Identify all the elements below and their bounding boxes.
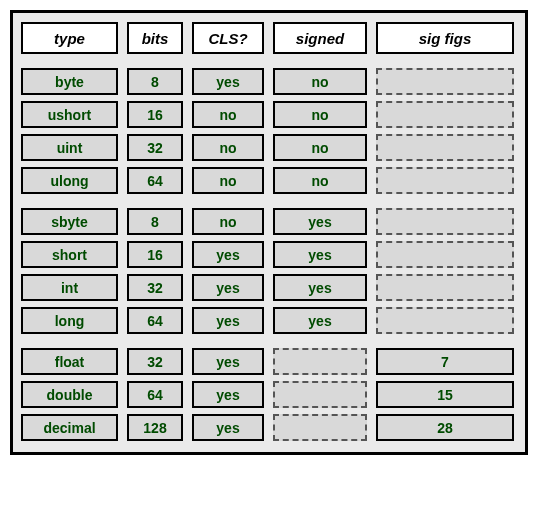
table-row: float32yes7 xyxy=(21,348,517,375)
table-row: ushort16nono xyxy=(21,101,517,128)
cell-bits: 8 xyxy=(127,68,183,95)
cell-signed: no xyxy=(273,101,367,128)
cell-signed xyxy=(273,348,367,375)
table-row: short16yesyes xyxy=(21,241,517,268)
table-row: ulong64nono xyxy=(21,167,517,194)
cell-type: int xyxy=(21,274,118,301)
cell-signed: yes xyxy=(273,274,367,301)
cell-cls: yes xyxy=(192,68,264,95)
types-table: type bits CLS? signed sig figs byte8yesn… xyxy=(10,10,528,455)
cell-signed xyxy=(273,414,367,441)
cell-cls: yes xyxy=(192,274,264,301)
cell-type: sbyte xyxy=(21,208,118,235)
cell-bits: 8 xyxy=(127,208,183,235)
cell-cls: yes xyxy=(192,241,264,268)
cell-signed: yes xyxy=(273,307,367,334)
cell-signed: no xyxy=(273,167,367,194)
cell-sig xyxy=(376,68,514,95)
table-row: sbyte8noyes xyxy=(21,208,517,235)
table-row: long64yesyes xyxy=(21,307,517,334)
cell-bits: 16 xyxy=(127,101,183,128)
header-cls: CLS? xyxy=(192,22,264,54)
table-row: decimal128yes28 xyxy=(21,414,517,441)
cell-bits: 128 xyxy=(127,414,183,441)
cell-sig: 7 xyxy=(376,348,514,375)
header-signed: signed xyxy=(273,22,367,54)
cell-sig xyxy=(376,134,514,161)
table-row: double64yes15 xyxy=(21,381,517,408)
cell-type: short xyxy=(21,241,118,268)
header-sigfig: sig figs xyxy=(376,22,514,54)
cell-type: byte xyxy=(21,68,118,95)
cell-signed xyxy=(273,381,367,408)
cell-signed: no xyxy=(273,68,367,95)
cell-type: long xyxy=(21,307,118,334)
cell-signed: yes xyxy=(273,208,367,235)
cell-sig xyxy=(376,241,514,268)
cell-sig xyxy=(376,307,514,334)
cell-cls: yes xyxy=(192,348,264,375)
cell-cls: no xyxy=(192,167,264,194)
cell-sig xyxy=(376,274,514,301)
cell-sig xyxy=(376,101,514,128)
cell-bits: 32 xyxy=(127,348,183,375)
cell-type: ulong xyxy=(21,167,118,194)
cell-type: float xyxy=(21,348,118,375)
cell-cls: no xyxy=(192,101,264,128)
cell-bits: 32 xyxy=(127,134,183,161)
table-row: byte8yesno xyxy=(21,68,517,95)
table-row: uint32nono xyxy=(21,134,517,161)
cell-type: uint xyxy=(21,134,118,161)
cell-type: ushort xyxy=(21,101,118,128)
cell-bits: 64 xyxy=(127,167,183,194)
cell-bits: 16 xyxy=(127,241,183,268)
cell-cls: no xyxy=(192,134,264,161)
cell-sig: 15 xyxy=(376,381,514,408)
cell-cls: yes xyxy=(192,381,264,408)
cell-cls: yes xyxy=(192,414,264,441)
cell-cls: no xyxy=(192,208,264,235)
table-row: int32yesyes xyxy=(21,274,517,301)
cell-sig: 28 xyxy=(376,414,514,441)
header-bits: bits xyxy=(127,22,183,54)
cell-signed: yes xyxy=(273,241,367,268)
cell-signed: no xyxy=(273,134,367,161)
cell-sig xyxy=(376,167,514,194)
cell-type: double xyxy=(21,381,118,408)
cell-type: decimal xyxy=(21,414,118,441)
cell-bits: 64 xyxy=(127,307,183,334)
cell-cls: yes xyxy=(192,307,264,334)
cell-bits: 32 xyxy=(127,274,183,301)
header-row: type bits CLS? signed sig figs xyxy=(21,22,517,54)
cell-sig xyxy=(376,208,514,235)
cell-bits: 64 xyxy=(127,381,183,408)
header-type: type xyxy=(21,22,118,54)
